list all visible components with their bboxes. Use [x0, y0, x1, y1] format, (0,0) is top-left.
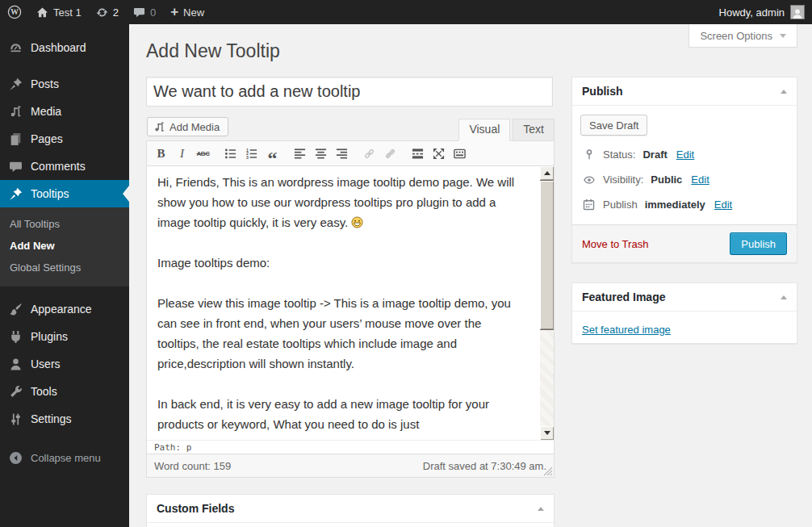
sidebar-item-label: Appearance — [31, 303, 92, 316]
sidebar-item-label: Comments — [31, 160, 86, 173]
save-draft-button[interactable]: Save Draft — [580, 115, 647, 136]
editor-scrollbar[interactable] — [540, 166, 554, 440]
featured-image-header[interactable]: Featured Image — [572, 283, 797, 312]
bold-button[interactable]: B — [151, 144, 171, 163]
toggle-up-icon — [781, 90, 787, 94]
publish-button[interactable]: Publish — [730, 232, 787, 255]
publish-misc-rows: Status: Draft Edit Visibility: Public Ed… — [580, 136, 789, 225]
menu-separator — [0, 287, 129, 295]
collapse-menu-button[interactable]: Collapse menu — [0, 444, 129, 471]
avatar — [790, 5, 805, 19]
updates-menu[interactable]: 2 — [89, 0, 126, 24]
sidebar-item-pages[interactable]: Pages — [0, 125, 129, 153]
calendar-icon — [582, 199, 596, 211]
howdy-label: Howdy, admin — [719, 6, 785, 19]
featured-image-title: Featured Image — [582, 291, 665, 303]
submenu-item-all-tooltips[interactable]: All Tooltips — [0, 213, 129, 235]
updates-count: 2 — [113, 6, 119, 19]
featured-image-body: Set featured image — [572, 312, 797, 347]
custom-fields-box: Custom Fields — [146, 494, 555, 527]
publish-time-label: Publish — [603, 199, 638, 211]
site-name-menu[interactable]: Test 1 — [29, 0, 89, 24]
status-value: Draft — [642, 148, 667, 161]
sidebar-item-tooltips[interactable]: Tooltips — [0, 180, 129, 207]
sidebar-item-tools[interactable]: Tools — [0, 378, 129, 405]
publish-box-body: Save Draft Status: Draft Edit Visibility… — [572, 106, 797, 228]
editor-paragraph: Image tooltips demo: — [157, 253, 526, 273]
sidebar-item-comments[interactable]: Comments — [0, 153, 129, 180]
sidebar-item-appearance[interactable]: Appearance — [0, 295, 129, 323]
visibility-row: Visibility: Public Edit — [582, 167, 787, 192]
align-left-button[interactable] — [290, 144, 310, 163]
set-featured-image-link[interactable]: Set featured image — [582, 324, 671, 336]
publish-box-title: Publish — [582, 85, 623, 98]
sidebar-item-label: Media — [31, 105, 61, 118]
tab-visual[interactable]: Visual — [458, 119, 510, 141]
editor-path-bar: Path: p — [147, 440, 554, 454]
align-right-button[interactable] — [332, 144, 352, 163]
admin-bar: W Test 1 2 0 + New Howdy, admin — [0, 0, 812, 24]
word-count: Word count: 159 — [154, 460, 231, 472]
submenu-item-add-new[interactable]: Add New — [0, 235, 129, 257]
edit-schedule-link[interactable]: Edit — [714, 199, 732, 211]
submenu-item-global-settings[interactable]: Global Settings — [0, 257, 129, 278]
italic-button[interactable]: I — [172, 144, 192, 163]
sidebar-item-label: Tools — [31, 385, 57, 398]
numbered-list-button[interactable]: 123 — [241, 144, 262, 163]
kitchen-sink-button[interactable] — [450, 144, 470, 163]
publishing-actions: Move to Trash Publish — [572, 224, 797, 262]
new-menu[interactable]: + New — [163, 0, 211, 24]
post-title-input[interactable] — [146, 77, 553, 107]
remove-link-button[interactable] — [380, 144, 400, 163]
post-status-pin-icon — [582, 148, 596, 161]
screen-options-button[interactable]: Screen Options — [689, 24, 797, 48]
sidebar-item-users[interactable]: Users — [0, 350, 129, 378]
insert-link-button[interactable] — [359, 144, 379, 163]
bulleted-list-button[interactable] — [220, 144, 241, 163]
eye-icon — [582, 174, 596, 186]
sidebar-item-settings[interactable]: Settings — [0, 405, 129, 433]
chevron-down-icon — [780, 34, 786, 38]
sidebar-item-posts[interactable]: Posts — [0, 70, 129, 98]
add-media-button[interactable]: Add Media — [147, 117, 228, 136]
visibility-label: Visibility: — [603, 174, 643, 186]
editor-paragraph: Hi, Friends, This is an wordpress image … — [157, 172, 526, 232]
post-editor: Add Media Visual Text B I ABC 123 “ — [146, 116, 555, 478]
pushpin-icon — [7, 77, 23, 91]
pushpin-icon — [7, 187, 23, 201]
scrollbar-down-button[interactable] — [540, 426, 554, 440]
dashboard-icon — [7, 41, 23, 55]
toggle-up-icon — [538, 507, 544, 511]
edit-status-link[interactable]: Edit — [676, 148, 694, 161]
editor-mode-tabs: Visual Text — [458, 119, 555, 141]
sidebar-item-label: Tooltips — [31, 187, 69, 200]
sidebar-item-dashboard[interactable]: Dashboard — [0, 34, 129, 61]
resize-handle[interactable] — [543, 466, 553, 476]
more-tag-button[interactable] — [408, 144, 428, 163]
move-to-trash-link[interactable]: Move to Trash — [582, 238, 648, 250]
strikethrough-button[interactable]: ABC — [193, 144, 213, 163]
publish-box-header[interactable]: Publish — [572, 77, 797, 106]
editor-paragraph: In back end, it is very easy to add a ne… — [157, 394, 526, 440]
blockquote-button[interactable]: “ — [262, 144, 283, 163]
editor-canvas[interactable]: Hi, Friends, This is an wordpress image … — [147, 166, 554, 440]
edit-visibility-link[interactable]: Edit — [691, 174, 709, 186]
sidebar-item-media[interactable]: Media — [0, 98, 129, 125]
pages-icon — [7, 132, 23, 146]
toggle-up-icon — [781, 295, 787, 299]
comment-icon — [7, 160, 23, 174]
custom-fields-header[interactable]: Custom Fields — [147, 495, 554, 523]
wordpress-logo-menu[interactable]: W — [0, 0, 29, 24]
align-center-button[interactable] — [311, 144, 331, 163]
fullscreen-button[interactable] — [429, 144, 449, 163]
tab-text[interactable]: Text — [513, 119, 555, 141]
draft-saved-label: Draft saved at 7:30:49 am. — [423, 460, 546, 472]
sidebar-item-plugins[interactable]: Plugins — [0, 323, 129, 350]
my-account-menu[interactable]: Howdy, admin — [719, 5, 812, 19]
sidebar-item-label: Settings — [31, 412, 72, 425]
scrollbar-up-button[interactable] — [540, 166, 554, 180]
comments-menu[interactable]: 0 — [126, 0, 163, 24]
scrollbar-thumb[interactable] — [540, 180, 554, 330]
sidebar-item-label: Plugins — [31, 330, 68, 343]
editor-paragraph: Please view this image tooltip -> This i… — [157, 293, 526, 374]
